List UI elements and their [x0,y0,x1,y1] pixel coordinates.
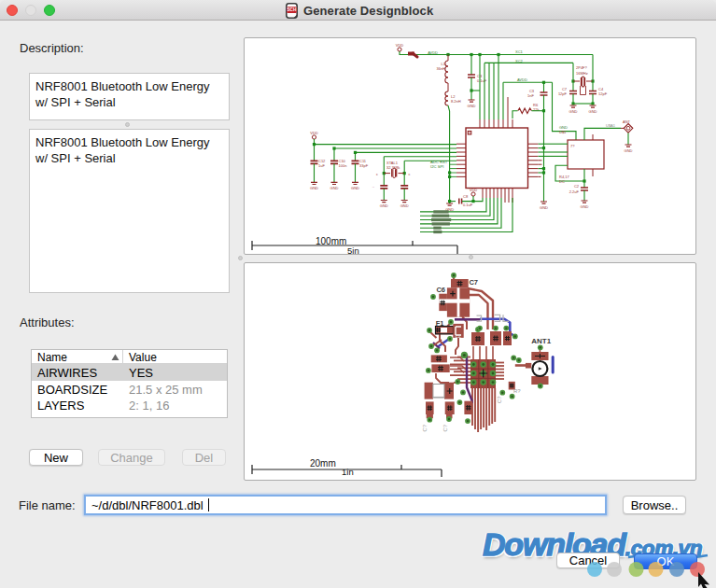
svg-text:..: .. [372,184,374,189]
svg-text:12pF: 12pF [558,91,568,96]
svg-text:GND: GND [351,186,359,190]
svg-text:C2: C2 [574,184,580,189]
svg-text:AVDD: AVDD [428,50,438,55]
svg-text:U$A1: U$A1 [606,123,616,128]
svg-text:C7: C7 [469,278,478,287]
svg-text:GND: GND [540,205,548,210]
svg-text:GND: GND [625,148,633,153]
svg-text:5in: 5in [347,245,359,254]
svg-text:7?: 7? [570,144,575,148]
svg-text:22k: 22k [533,107,539,112]
svg-text:XC2: XC2 [515,59,524,63]
svg-text:C6: C6 [436,286,445,294]
svg-text:2.2uF: 2.2uF [569,189,580,194]
svg-text:DC: DC [559,179,565,184]
svg-text:0.1uF: 0.1uF [463,203,473,207]
svg-text:33pF: 33pF [359,163,369,168]
svg-text:GND: GND [380,203,388,208]
svg-text:1in: 1in [342,467,354,477]
svg-text:GND: GND [400,203,409,208]
svg-text:100n: 100n [339,163,347,168]
svg-text:0.1uF: 0.1uF [477,78,487,83]
svg-text:12pF: 12pF [598,91,608,96]
svg-text:ANT1: ANT1 [531,337,551,345]
svg-text:20mm: 20mm [310,458,336,469]
svg-text:GND: GND [330,186,339,190]
svg-text:C?: C? [497,396,502,403]
svg-text:8.2nH: 8.2nH [451,99,461,104]
svg-text:1nF: 1nF [527,93,534,98]
svg-text:36nH: 36nH [436,66,445,71]
svg-text:VDD: VDD [470,188,478,192]
svg-text:GND: GND [581,204,589,209]
svg-text:VDD: VDD [396,43,404,48]
svg-text:100mm: 100mm [316,236,346,246]
svg-text:C?: C? [422,424,428,431]
svg-text:VDD: VDD [310,131,318,135]
svg-text:c: c [409,172,411,176]
svg-text:R?: R? [513,388,521,394]
svg-text:C?: C? [442,424,448,431]
svg-text:ANT: ANT [623,119,631,124]
svg-text:I2C SPI: I2C SPI [430,164,443,169]
svg-text:C8: C8 [463,194,469,199]
svg-text:2P4F?: 2P4F? [576,65,588,70]
svg-text:c: c [376,172,378,176]
svg-text:GND: GND [468,104,476,108]
svg-text:GND: GND [310,186,318,190]
svg-text:GND: GND [569,109,578,114]
svg-text:16MHz: 16MHz [576,71,588,76]
svg-text:1uF: 1uF [318,163,325,168]
svg-text:XC1: XC1 [515,49,524,54]
svg-text:SCH: SCH [288,7,297,12]
svg-text:AVDD: AVDD [517,77,527,82]
svg-text:F1: F1 [436,319,444,328]
svg-text:U$1: U$1 [559,130,567,134]
svg-text:L2: L2 [455,333,461,339]
svg-text:GND: GND [589,109,597,114]
